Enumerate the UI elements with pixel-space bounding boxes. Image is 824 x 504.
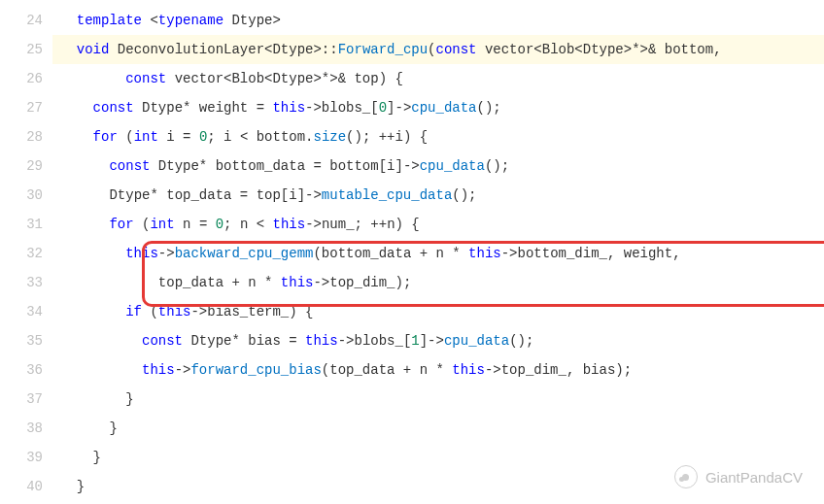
line-number: 40 — [0, 472, 43, 501]
line-number: 31 — [0, 210, 43, 239]
line-number: 29 — [0, 151, 43, 181]
token-pl: DeconvolutionLayer<Dtype>:: — [109, 42, 337, 57]
token-pl: -> — [158, 246, 175, 261]
token-kw: template — [77, 13, 142, 28]
token-pl: (top_data + n * — [322, 362, 452, 378]
token-pl: Dtype* bottom_data = bottom[i]-> — [150, 158, 419, 174]
token-pl: } — [109, 420, 117, 436]
token-fn: cpu_data — [411, 100, 476, 116]
wechat-icon — [674, 465, 698, 488]
code-line: void DeconvolutionLayer<Dtype>::Forward_… — [52, 35, 824, 64]
code-line: for (int i = 0; i < bottom.size(); ++i) … — [52, 122, 824, 151]
token-kw: const — [436, 42, 477, 57]
token-pl: ->bottom_dim_, weight, — [501, 246, 681, 261]
token-this: this — [452, 362, 485, 378]
token-this: this — [272, 100, 305, 116]
token-kw: int — [134, 129, 158, 145]
watermark: GiantPandaCV — [674, 465, 803, 488]
code-screenshot: 2425262728293031323334353637383940 templ… — [0, 0, 824, 504]
code-line: const Dtype* bottom_data = bottom[i]->cp… — [52, 151, 824, 181]
token-pl: ->top_dim_, bias); — [485, 362, 632, 378]
code-line: const vector<Blob<Dtype>*>& top) { — [52, 64, 824, 93]
token-pl: -> — [175, 362, 191, 378]
token-fn: cpu_data — [420, 158, 485, 174]
token-pl: (); — [477, 100, 501, 116]
token-kw: for — [109, 217, 133, 232]
token-pl: (); — [509, 333, 533, 349]
line-number: 37 — [0, 385, 43, 414]
token-pl: ->top_dim_); — [313, 275, 411, 290]
line-number: 34 — [0, 297, 43, 326]
token-pl: Dtype* top_data = top[i]-> — [109, 187, 321, 203]
code-line: top_data + n * this->top_dim_); — [52, 268, 824, 297]
token-pl: ->bias_term_) { — [190, 304, 313, 319]
token-pl: ]-> — [387, 100, 411, 116]
token-fn: cpu_data — [444, 333, 509, 349]
code-line: Dtype* top_data = top[i]->mutable_cpu_da… — [52, 181, 824, 210]
line-number: 24 — [0, 6, 43, 35]
line-number: 25 — [0, 35, 43, 64]
token-kw: const — [142, 333, 183, 349]
code-area: template <typename Dtype> void Deconvolu… — [52, 0, 824, 504]
token-this: this — [281, 275, 314, 290]
token-kw: typename — [158, 13, 223, 28]
code-line: } — [52, 414, 824, 443]
token-this: this — [125, 246, 158, 261]
code-line: } — [52, 385, 824, 414]
code-line: if (this->bias_term_) { — [52, 297, 824, 326]
token-fn: backward_cpu_gemm — [175, 246, 314, 261]
token-pl: (); — [452, 187, 476, 203]
code-line: template <typename Dtype> — [52, 6, 824, 35]
token-pl: vector<Blob<Dtype>*>& bottom, — [477, 42, 722, 57]
line-number: 39 — [0, 443, 43, 472]
token-pl: } — [93, 450, 101, 465]
token-pl: ->num_; ++n) { — [305, 217, 420, 232]
token-kw: if — [125, 304, 142, 319]
token-pl: (bottom_data + n * — [313, 246, 468, 261]
token-num: 1 — [411, 333, 419, 349]
code-line: for (int n = 0; n < this->num_; ++n) { — [52, 210, 824, 239]
token-pl: i = — [158, 129, 199, 145]
token-pl: ( — [142, 304, 158, 319]
watermark-text: GiantPandaCV — [705, 469, 803, 486]
line-number: 26 — [0, 64, 43, 93]
line-number: 32 — [0, 239, 43, 268]
token-pl: n = — [175, 217, 216, 232]
token-fn: mutable_cpu_data — [322, 187, 452, 203]
token-kw: void — [77, 42, 110, 57]
token-pl: ; i < bottom. — [207, 129, 313, 145]
token-pl: ( — [428, 42, 435, 57]
line-number: 38 — [0, 414, 43, 443]
token-pl: ; n < — [223, 217, 272, 232]
token-this: this — [305, 333, 338, 349]
token-pl: Dtype> — [223, 13, 281, 28]
token-pl: ]-> — [420, 333, 444, 349]
token-pl: Dtype* bias = — [183, 333, 305, 349]
code-line: const Dtype* weight = this->blobs_[0]->c… — [52, 93, 824, 122]
line-number: 27 — [0, 93, 43, 122]
token-fn: size — [314, 129, 347, 145]
token-kw: const — [125, 71, 166, 86]
line-number: 33 — [0, 268, 43, 297]
token-pl: (); — [485, 158, 509, 174]
line-number: 30 — [0, 181, 43, 210]
token-kw: for — [93, 129, 118, 145]
token-num: 0 — [216, 217, 223, 232]
code-line: this->backward_cpu_gemm(bottom_data + n … — [52, 239, 824, 268]
token-pl: ( — [118, 129, 134, 145]
token-pl: top_data + n * — [158, 275, 281, 290]
token-this: this — [273, 217, 306, 232]
token-this: this — [142, 362, 175, 378]
token-num: 0 — [379, 100, 387, 116]
token-this: this — [158, 304, 191, 319]
token-pl: ( — [134, 217, 151, 232]
token-fn: Forward_cpu — [338, 42, 428, 57]
token-pl: } — [125, 391, 133, 407]
line-number-gutter: 2425262728293031323334353637383940 — [0, 0, 52, 504]
token-pl: ->blobs_[ — [338, 333, 412, 349]
token-kw: const — [93, 100, 134, 116]
token-pl: (); ++i) { — [346, 129, 428, 145]
token-pl: Dtype* weight = — [134, 100, 273, 116]
token-pl: ->blobs_[ — [305, 100, 379, 116]
code-line: const Dtype* bias = this->blobs_[1]->cpu… — [52, 326, 824, 355]
